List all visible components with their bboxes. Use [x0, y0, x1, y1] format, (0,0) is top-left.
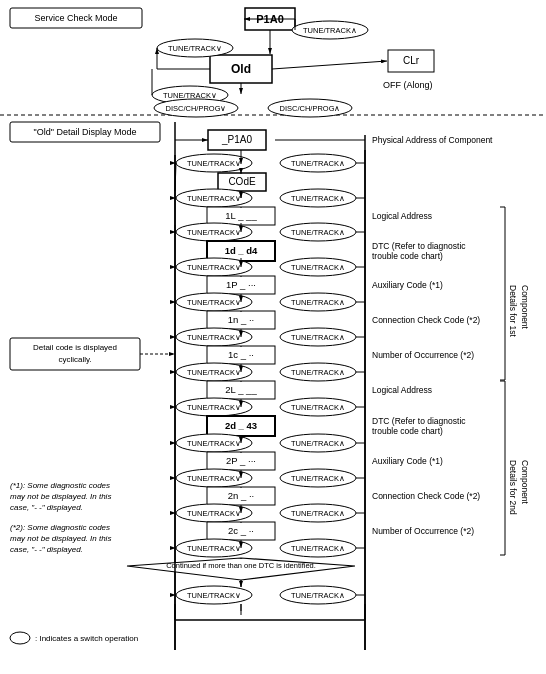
1l-label: 1L _ __: [225, 210, 257, 221]
tt-v-1: TUNE/TRACK∨: [187, 159, 241, 168]
code-label: COdE: [228, 176, 256, 187]
tt-v-4: TUNE/TRACK∨: [187, 263, 241, 272]
tt-up-5: TUNE/TRACK∧: [291, 298, 345, 307]
oval-note-label: : Indicates a switch operation: [35, 634, 138, 643]
tt-up-10: TUNE/TRACK∧: [291, 474, 345, 483]
detail-code-cyclically-label-2: cyclically.: [58, 355, 91, 364]
aux-code-1-label: Auxiliary Code (*1): [372, 280, 443, 290]
tt-v-10: TUNE/TRACK∨: [187, 474, 241, 483]
tt-v-13: TUNE/TRACK∨: [187, 591, 241, 600]
svg-point-102: [10, 632, 30, 644]
num-occur-1-label: Number of Occurrence (*2): [372, 350, 474, 360]
details-1st-label-2: Component: [520, 285, 530, 330]
1n-label: 1n _ ··: [228, 314, 254, 325]
num-occur-2-label: Number of Occurrence (*2): [372, 526, 474, 536]
service-check-mode-label: Service Check Mode: [34, 13, 117, 23]
detail-code-cyclically-label: Detail code is displayed: [33, 343, 117, 352]
tt-v-5: TUNE/TRACK∨: [187, 298, 241, 307]
1p-label: 1P _ ···: [226, 279, 256, 290]
tt-v-3: TUNE/TRACK∨: [187, 228, 241, 237]
2l-label: 2L _ __: [225, 384, 257, 395]
tt-up-9: TUNE/TRACK∧: [291, 439, 345, 448]
note-2-label: (*2): Some diagnostic codes: [10, 523, 110, 532]
details-1st-label: Details for 1st: [508, 285, 518, 338]
diagram-container: Service Check Mode P1A0 Old CLr OFF (Alo…: [0, 0, 546, 674]
1c-label: 1c _ ··: [228, 349, 254, 360]
note-1-label-3: case, "- -" displayed.: [10, 503, 83, 512]
conn-check-2-label: Connection Check Code (*2): [372, 491, 480, 501]
tt-v-8: TUNE/TRACK∨: [187, 403, 241, 412]
tt-up-6: TUNE/TRACK∧: [291, 333, 345, 342]
tt-v-9: TUNE/TRACK∨: [187, 439, 241, 448]
details-2nd-label: Details for 2nd: [508, 460, 518, 515]
2d-43-label: 2d _ 43: [225, 420, 257, 431]
dtc-2-label-2: trouble code chart): [372, 426, 443, 436]
tt-v-12: TUNE/TRACK∨: [187, 544, 241, 553]
clr-label: CLr: [403, 55, 420, 66]
continued-diamond-label: Continued if more than one DTC is identi…: [166, 561, 316, 570]
logical-address-1-label: Logical Address: [372, 211, 432, 221]
disc-ch-prog-v-oval: DISC/CH/PROG∨: [165, 104, 226, 113]
note-1-label-2: may not be displayed. In this: [10, 492, 111, 501]
dtc-2-label: DTC (Refer to diagnostic: [372, 416, 466, 426]
tt-up-7: TUNE/TRACK∧: [291, 368, 345, 377]
old-box-label: Old: [231, 62, 251, 76]
physical-address-label: Physical Address of Component: [372, 135, 493, 145]
dtc-1-label: DTC (Refer to diagnostic: [372, 241, 466, 251]
2n-label: 2n _ ··: [228, 490, 254, 501]
tt-up-3: TUNE/TRACK∧: [291, 228, 345, 237]
tt-v-11: TUNE/TRACK∨: [187, 509, 241, 518]
old-detail-display-label: "Old" Detail Display Mode: [34, 127, 137, 137]
tt-up-1: TUNE/TRACK∧: [291, 159, 345, 168]
tt-up-13: TUNE/TRACK∧: [291, 591, 345, 600]
svg-line-10: [272, 61, 387, 69]
tt-v-6: TUNE/TRACK∨: [187, 333, 241, 342]
tt-up-12: TUNE/TRACK∧: [291, 544, 345, 553]
note-2-label-2: may not be displayed. In this: [10, 534, 111, 543]
tune-track-up-oval-1: TUNE/TRACK∧: [303, 26, 357, 35]
note-2-label-3: case, "- -" displayed.: [10, 545, 83, 554]
logical-address-2-label: Logical Address: [372, 385, 432, 395]
aux-code-2-label: Auxiliary Code (*1): [372, 456, 443, 466]
tt-up-11: TUNE/TRACK∧: [291, 509, 345, 518]
details-2nd-label-2: Component: [520, 460, 530, 505]
2c-label: 2c _ ··: [228, 525, 254, 536]
2p-label: 2P _ ···: [226, 455, 256, 466]
flowchart-svg: Service Check Mode P1A0 Old CLr OFF (Alo…: [0, 0, 546, 674]
disc-ch-prog-up-oval: DISC/CH/PROG∧: [279, 104, 340, 113]
tt-v-7: TUNE/TRACK∨: [187, 368, 241, 377]
conn-check-1-label: Connection Check Code (*2): [372, 315, 480, 325]
dtc-1-label-2: trouble code chart): [372, 251, 443, 261]
tune-track-v-oval-1: TUNE/TRACK∨: [168, 44, 222, 53]
tt-up-2: TUNE/TRACK∧: [291, 194, 345, 203]
1d-d4-label: 1d _ d4: [225, 245, 258, 256]
tt-up-8: TUNE/TRACK∧: [291, 403, 345, 412]
p1a0-bottom-label: _P1A0: [221, 134, 252, 145]
tt-v-2: TUNE/TRACK∨: [187, 194, 241, 203]
note-1-label: (*1): Some diagnostic codes: [10, 481, 110, 490]
off-along-label: OFF (Along): [383, 80, 433, 90]
tt-up-4: TUNE/TRACK∧: [291, 263, 345, 272]
